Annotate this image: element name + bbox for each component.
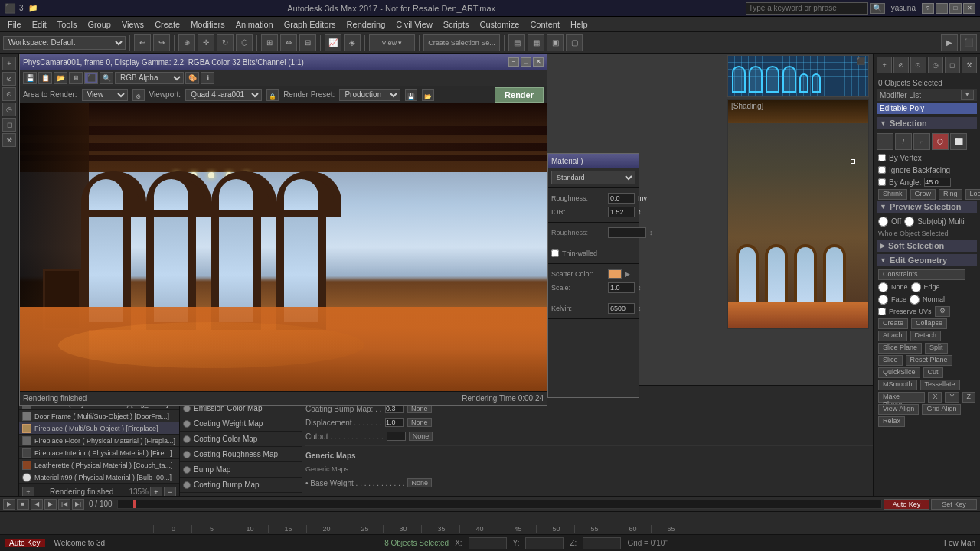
soft-selection-section[interactable]: ▶ Soft Selection <box>877 240 977 252</box>
menu-animation[interactable]: Animation <box>231 19 278 30</box>
anim-play-btn[interactable]: ▶ <box>3 499 15 510</box>
constraint-normal-radio[interactable] <box>910 295 920 305</box>
anim-track[interactable] <box>117 500 882 509</box>
preview-selection-section[interactable]: ▼ Preview Selection <box>877 201 977 213</box>
displacement-val-input[interactable] <box>385 418 404 427</box>
ribbon-3[interactable]: ▣ <box>547 34 564 51</box>
grid-align-btn[interactable]: Grid Align <box>922 404 961 415</box>
anim-stop-btn[interactable]: ■ <box>17 499 29 510</box>
by-angle-checkbox[interactable] <box>878 178 886 186</box>
menu-edit[interactable]: Edit <box>28 19 51 30</box>
split-btn[interactable]: Split <box>925 343 948 354</box>
rt-channel-btn[interactable]: ⬛ <box>84 72 98 84</box>
viewport-lock-btn[interactable]: 🔒 <box>266 89 279 101</box>
align-btn[interactable]: ⊟ <box>299 34 316 51</box>
create-btn[interactable]: Create <box>878 318 908 329</box>
rt-save-copy-btn[interactable]: 📋 <box>38 72 52 84</box>
hierarchy-btn[interactable]: ⊙ <box>2 87 16 101</box>
mat-type-dropdown[interactable]: Standard <box>551 171 635 184</box>
active-modifier-row[interactable]: Editable Poly <box>877 103 977 114</box>
menu-views[interactable]: Views <box>117 19 149 30</box>
scatter-swatch[interactable] <box>608 269 622 279</box>
mat-item-fireplace[interactable]: Fireplace ( Multi/Sub-Object ) [Fireplac… <box>19 422 179 435</box>
anim-next-btn[interactable]: ▶ <box>44 499 57 510</box>
maximize-btn[interactable]: □ <box>949 3 962 14</box>
menu-help[interactable]: Help <box>566 19 593 30</box>
mod-list-dropdown-btn[interactable]: ▾ <box>961 90 974 100</box>
select-btn[interactable]: ⊕ <box>178 34 195 51</box>
menu-scripts[interactable]: Scripts <box>439 19 474 30</box>
ribbon-4[interactable]: ▢ <box>566 34 583 51</box>
menu-file[interactable]: File <box>3 19 26 30</box>
map-item-coating-color[interactable]: Coating Color Map <box>180 432 302 447</box>
material-btn[interactable]: ◈ <box>344 34 361 51</box>
anim-first-btn[interactable]: |◀ <box>58 499 70 510</box>
x-coord-input[interactable] <box>469 537 507 549</box>
mat-item-mat99[interactable]: Material #99 ( Physical Material ) [Bulb… <box>19 471 179 484</box>
utilities-btn[interactable]: ⚒ <box>2 133 16 147</box>
by-angle-input[interactable] <box>924 178 951 187</box>
z-btn[interactable]: Z <box>962 392 976 403</box>
rt-display-btn[interactable]: 🖥 <box>69 72 83 84</box>
sel-edge-icon[interactable]: / <box>895 133 912 150</box>
area-settings-btn[interactable]: ⚙ <box>132 89 145 101</box>
mod-icon-hierarchy[interactable]: ⊙ <box>910 57 926 73</box>
y-coord-input[interactable] <box>525 537 564 549</box>
anim-last-btn[interactable]: ▶| <box>72 499 84 510</box>
render-win-close[interactable]: ✕ <box>533 57 544 67</box>
menu-group[interactable]: Group <box>83 19 116 30</box>
render-frame-btn[interactable]: ⬛ <box>960 34 977 51</box>
constraint-none-radio[interactable] <box>878 282 888 292</box>
render-quick-btn[interactable]: ▶ <box>941 34 958 51</box>
mod-icon-modify[interactable]: ⊘ <box>893 57 909 73</box>
sel-vertex-icon[interactable]: · <box>877 133 893 150</box>
rotate-btn[interactable]: ↻ <box>217 34 234 51</box>
menu-civil-view[interactable]: Civil View <box>391 19 436 30</box>
edit-geometry-section[interactable]: ▼ Edit Geometry <box>877 254 977 266</box>
motion-btn[interactable]: ◷ <box>2 103 16 116</box>
ribbon-2[interactable]: ▦ <box>528 34 544 51</box>
viewport-dropdown[interactable]: Quad 4 -ara001 <box>185 89 262 101</box>
ior-input[interactable] <box>608 207 635 217</box>
base-weight-none-btn[interactable]: None <box>407 478 432 487</box>
anim-prev-btn[interactable]: ◀ <box>31 499 43 510</box>
mat-zoom-in-btn[interactable]: + <box>150 487 162 497</box>
menu-tools[interactable]: Tools <box>53 19 82 30</box>
map-item-coating-roughness[interactable]: Coating Roughness Map <box>180 447 302 462</box>
rt-zoom-btn[interactable]: 🔍 <box>100 72 113 84</box>
detach-btn[interactable]: Detach <box>910 331 942 341</box>
cutout-none-btn[interactable]: None <box>409 432 433 441</box>
modify-panel-btn[interactable]: ⊘ <box>2 72 16 86</box>
rt-color-btn[interactable]: 🎨 <box>185 72 199 84</box>
undo-btn[interactable]: ↩ <box>134 34 151 51</box>
menu-graph-editors[interactable]: Graph Editors <box>279 19 341 30</box>
help-btn[interactable]: ? <box>922 3 934 14</box>
preset-save-btn[interactable]: 💾 <box>405 89 417 101</box>
autokey-btn[interactable]: Auto Key <box>884 499 929 510</box>
constraint-edge-radio[interactable] <box>911 282 921 292</box>
thin-checkbox[interactable] <box>551 249 559 257</box>
ribbon-1[interactable]: ▤ <box>508 34 525 51</box>
preserve-uvs-btn[interactable]: ⚙ <box>935 306 950 317</box>
preview-subobj-radio[interactable] <box>904 217 914 227</box>
loop-btn[interactable]: Loop <box>965 189 980 200</box>
move-btn[interactable]: ✛ <box>198 34 214 51</box>
menu-rendering[interactable]: Rendering <box>342 19 390 30</box>
mod-icon-motion[interactable]: ◷ <box>928 57 943 73</box>
display-btn[interactable]: ◻ <box>2 118 16 132</box>
create-sel-btn[interactable]: Create Selection Se... <box>423 34 500 51</box>
sel-element-icon[interactable]: ⬜ <box>950 133 967 150</box>
selection-section[interactable]: ▼ Selection <box>877 117 977 129</box>
search-input[interactable] <box>746 2 868 15</box>
rt-open-btn[interactable]: 📂 <box>54 72 67 84</box>
collapse-btn[interactable]: Collapse <box>911 318 947 329</box>
snap-btn[interactable]: ⊞ <box>261 34 278 51</box>
make-planar-btn[interactable]: Make Planar <box>878 392 925 403</box>
y-btn[interactable]: Y <box>945 392 959 403</box>
sel-polygon-icon[interactable]: ⬡ <box>932 133 949 150</box>
msmooth-btn[interactable]: MSmooth <box>878 380 917 390</box>
map-item-coating-bump[interactable]: Coating Bump Map <box>180 478 302 493</box>
3d-viewport[interactable]: [Shading] <box>727 99 869 329</box>
mat-item-fp-floor[interactable]: Fireplace Floor ( Physical Material ) [F… <box>19 435 179 447</box>
x-btn[interactable]: X <box>928 392 942 403</box>
